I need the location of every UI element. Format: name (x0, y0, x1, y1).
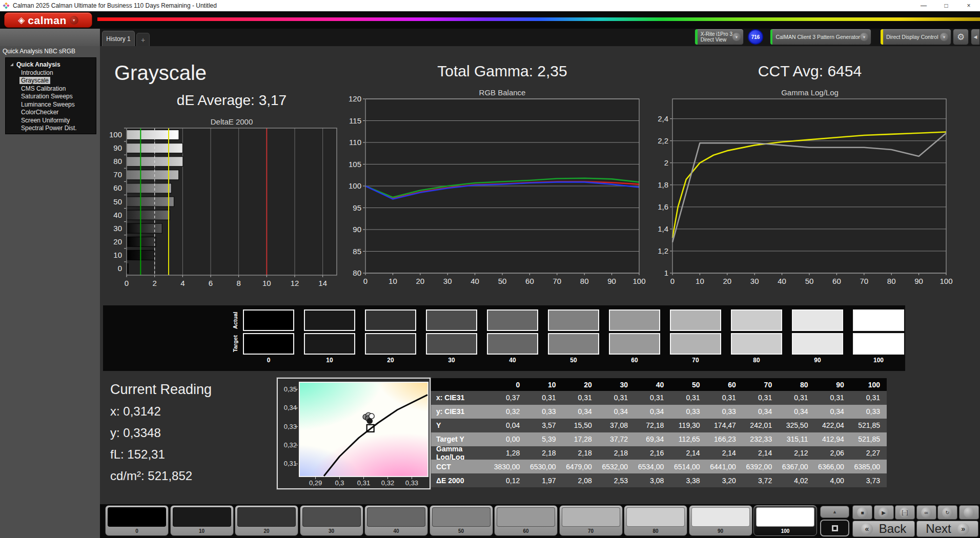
axis-label: 85 (353, 247, 361, 256)
row-label-actual: Actual (232, 309, 238, 331)
continuous-button[interactable]: ∞ (916, 505, 936, 520)
table-cell: 6366,00 (814, 460, 850, 473)
calman-menu-button[interactable]: ◈ calman ▼ (4, 12, 92, 28)
table-cell: 72,18 (635, 419, 670, 432)
panel-collapse-button[interactable]: ◀ (971, 29, 980, 45)
minimize-icon[interactable]: — (912, 0, 935, 11)
axis-label: 10 (262, 279, 271, 287)
expander-icon[interactable] (10, 63, 13, 66)
sidebar-item-colorchecker[interactable]: ColorChecker (6, 109, 96, 117)
sidebar-item-saturation-sweeps[interactable]: Saturation Sweeps (6, 93, 96, 101)
axis-label: 40 (113, 211, 122, 219)
pattern-swatch (432, 507, 491, 527)
axis-label: 100 (940, 277, 952, 285)
settings-button[interactable]: ⚙ (953, 29, 969, 45)
pattern-level-label: 10 (171, 528, 233, 534)
sidebar-item-luminance-sweeps[interactable]: Luminance Sweeps (6, 100, 96, 109)
sidebar-header: ◀ (0, 29, 100, 46)
pattern-level-button-90[interactable]: 90 (689, 505, 752, 536)
table-cell: 3,57 (526, 419, 562, 432)
tab-history-1[interactable]: History 1 (102, 31, 135, 46)
pattern-level-button-70[interactable]: 70 (559, 505, 623, 536)
add-tab-button[interactable]: + (136, 33, 150, 46)
table-cell: 2,14 (670, 446, 706, 460)
stop-button[interactable]: ■ (852, 505, 872, 520)
actual-swatch-80 (731, 309, 782, 331)
pattern-level-button-100[interactable]: 100 (753, 505, 817, 536)
sidebar-item-label: Luminance Sweeps (19, 101, 76, 108)
refresh-button[interactable]: ↻ (937, 505, 957, 520)
close-icon[interactable]: × (957, 0, 980, 11)
swatch-level-label: 90 (792, 357, 843, 364)
field-size-button[interactable]: [··] (895, 505, 915, 520)
axis-label: 105 (349, 160, 361, 169)
window-pattern-button[interactable] (820, 520, 849, 536)
table-header-80: 80 (779, 378, 814, 391)
pattern-level-button-60[interactable]: 60 (494, 505, 558, 536)
table-cell: 0,32 (491, 405, 526, 419)
pattern-level-button-20[interactable]: 20 (235, 505, 298, 536)
tree-root-quick-analysis[interactable]: Quick Analysis (6, 60, 96, 69)
axis-label: 90 (113, 143, 122, 152)
table-row-label: ΔE 2000 (431, 473, 491, 487)
table-row-label: Gamma Log/Log (431, 446, 491, 460)
field-size-icon: [··] (900, 507, 910, 518)
pattern-scroll-up-button[interactable]: ▲ (820, 506, 849, 518)
pattern-swatch (756, 507, 814, 527)
table-header-40: 40 (635, 378, 670, 391)
back-button[interactable]: « Back (852, 521, 915, 537)
table-cell: 15,50 (563, 419, 599, 432)
table-cell: 0,33 (526, 405, 562, 419)
grayscale-swatch-panel: ActualTarget0102030405060708090100 (103, 305, 905, 371)
axis-label: 0,31 (284, 460, 297, 467)
pattern-level-button-0[interactable]: 0 (105, 505, 169, 536)
pattern-level-button-10[interactable]: 10 (170, 505, 234, 536)
sidebar-item-introduction[interactable]: Introduction (6, 69, 96, 77)
sidebar: Quick Analysis NBC sRGB Quick Analysis I… (0, 46, 100, 538)
de-bar-60 (127, 183, 171, 193)
maximize-icon[interactable]: □ (935, 0, 957, 11)
axis-label: 0,31 (357, 479, 370, 487)
display-control-dropdown[interactable]: Direct Display Control ▼ (880, 29, 951, 45)
display-status-bar (881, 29, 883, 45)
table-cell: 0,31 (526, 391, 562, 405)
cie-chart: 0,290,30,310,320,330,310,320,330,340,35 (278, 379, 430, 488)
next-button[interactable]: Next » (916, 521, 978, 537)
axis-label: 0 (363, 277, 368, 285)
cct-average-value: CCT Avg: 6454 (672, 63, 947, 80)
pattern-swatch (108, 507, 166, 527)
axis-label: 6 (209, 279, 213, 287)
table-cell: 37,08 (599, 419, 635, 432)
table-row-label: CCT (431, 460, 491, 473)
axis-label: 0,35 (284, 385, 297, 393)
table-cell: 119,30 (670, 419, 706, 432)
source-dropdown[interactable]: CalMAN Client 3 Pattern Generator ▼ (770, 29, 871, 45)
play-button[interactable]: ▶ (874, 505, 894, 520)
table-corner-cell (431, 378, 491, 391)
pattern-level-button-50[interactable]: 50 (430, 505, 493, 536)
table-cell: 0,04 (491, 419, 526, 432)
table-cell: 3,72 (743, 473, 779, 487)
target-swatch-40 (487, 333, 538, 355)
table-header-0: 0 (491, 378, 526, 391)
sidebar-item-cms-calibration[interactable]: CMS Calibration (6, 85, 96, 93)
de-bar-100 (127, 130, 179, 140)
table-cell: 6532,00 (599, 460, 635, 473)
de-bar-50 (127, 197, 174, 206)
current-reading-block: Current Reading x: 0,3142 y: 0,3348 fL: … (110, 378, 212, 487)
meter-dropdown[interactable]: X-Rite i1Pro 3 Direct View ▼ (695, 29, 744, 45)
sidebar-item-spectral-power-dist[interactable]: Spectral Power Dist. (6, 125, 96, 133)
pattern-level-button-30[interactable]: 30 (300, 505, 363, 536)
pattern-level-button-80[interactable]: 80 (624, 505, 687, 536)
sidebar-item-screen-uniformity[interactable]: Screen Uniformity (6, 116, 96, 125)
pattern-swatch (367, 507, 425, 527)
sidebar-item-grayscale[interactable]: Grayscale (6, 77, 96, 85)
target-swatch-0 (243, 333, 294, 355)
blank-button[interactable] (959, 505, 979, 520)
meter-count-badge: 716 (748, 29, 763, 45)
table-cell: 2,18 (563, 446, 599, 460)
axis-label: 70 (113, 170, 122, 179)
calman-wordmark: calman (28, 15, 66, 26)
pattern-level-button-40[interactable]: 40 (364, 505, 428, 536)
axis-label: 0,32 (284, 441, 297, 449)
